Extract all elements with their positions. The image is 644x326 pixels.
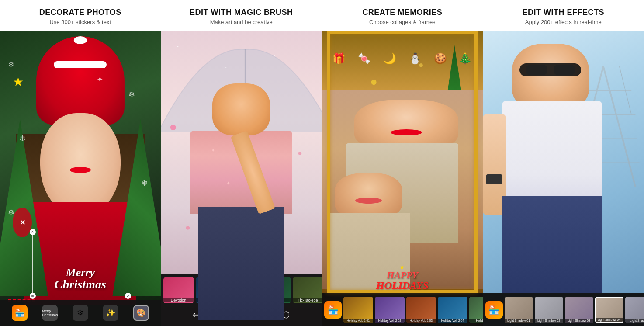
panel3-screen: ● ● ● 🎁	[322, 31, 483, 326]
panel3-subtitle: Choose collages & frames	[362, 19, 442, 25]
panel1-subtitle: Use 300+ stickers & text	[39, 19, 121, 25]
p4-face	[512, 44, 589, 109]
p3-people-bg	[322, 90, 483, 289]
p2-snow2: ●	[225, 66, 227, 69]
p4-watch	[486, 174, 502, 184]
effect-thumb-2[interactable]: Light Shadow 02	[535, 297, 563, 323]
p4-jeans	[502, 196, 602, 293]
p2-bokeh3: ●	[185, 222, 190, 232]
panel1-header: DECORATE PHOTOS Use 300+ stickers & text	[35, 0, 126, 31]
sticker-candy: 🍬	[358, 52, 371, 65]
panel3-happy-text: HAPPY	[376, 271, 429, 280]
panel2-screen: ✦ ✦ ✦ ● ● ● ● ● ● ● ●	[161, 31, 322, 326]
panel4-screen: 🏪 Light Shadow 01 Light Shadow 02 Light …	[483, 31, 644, 326]
collage-thumb-4[interactable]: Holiday Vol. 2 04	[438, 297, 467, 323]
panel2-title: EDIT WITH MAGIC BRUSH	[190, 8, 293, 17]
panel1-toolbar: 🏪 MerryChristmas ❄ ✨ 🎨	[0, 300, 161, 326]
collage-thumb-5[interactable]: Holiday Vol.	[469, 297, 483, 323]
sticker-gingerbread: 🍪	[434, 52, 447, 65]
panel1-title: DECORATE PHOTOS	[39, 8, 121, 17]
panel3-toolbar: 🏪 Holiday Vol. 2 01 Holiday Vol. 2 02 Ho…	[322, 293, 483, 326]
p1-effects-icon[interactable]: 🎨	[133, 305, 149, 321]
collage-thumb-3[interactable]: Holiday Vol. 2 03	[406, 297, 436, 323]
p4-person-container	[483, 31, 644, 293]
panel3-phone: ● ● ● 🎁	[322, 31, 483, 326]
panel4-store-icon[interactable]: 🏪	[485, 301, 503, 319]
p1-snowflake-icon[interactable]: ❄	[73, 305, 88, 321]
sticker-ornament: 🎄	[459, 52, 472, 65]
p4-shirt	[502, 101, 602, 207]
p1-sparkle-icon[interactable]: ✨	[103, 305, 118, 321]
effect-thumb-5[interactable]: Light Shadow	[625, 297, 644, 323]
p2-bokeh1: ●	[169, 119, 177, 134]
panel-decorate: DECORATE PHOTOS Use 300+ stickers & text	[0, 0, 161, 326]
sticker-snowman: ⛄	[409, 52, 422, 65]
p1-text-icon[interactable]: MerryChristmas	[42, 305, 58, 321]
panel3-title: CREATE MEMORIES	[362, 8, 442, 17]
collage-thumb-2[interactable]: Holiday Vol. 2 02	[375, 297, 405, 323]
panel2-phone: ✦ ✦ ✦ ● ● ● ● ● ● ● ●	[161, 31, 322, 326]
panel3-stickers: 🎁 🍬 🌙 ⛄ 🍪 🎄	[322, 36, 483, 80]
panel1-phone: ★ ❄ ❄ ❄ ❄ ❄ ✦ ✕ ✕ ↗ ⊕ Merry Chri	[0, 31, 161, 326]
panel3-overlay-text: ★ HAPPY HOLIDAYS	[376, 264, 429, 291]
collage-thumb-1[interactable]: Holiday Vol. 2 01	[343, 297, 373, 323]
effect-thumb-3[interactable]: Light Shadow 03	[565, 297, 593, 323]
brush-devotion[interactable]: Devotion	[163, 277, 194, 303]
p2-snow3: ●	[274, 54, 275, 57]
brush-tictactoe[interactable]: Tic-Tac-Toe	[293, 277, 322, 303]
p1-corner-bl[interactable]: ⊕	[30, 293, 36, 299]
panel-effects: EDIT WITH EFFECTS Apply 200+ effects in …	[483, 0, 644, 326]
p4-sunglasses	[519, 63, 581, 76]
panel4-subtitle: Apply 200+ effects in real-time	[523, 19, 605, 25]
panel3-store-icon[interactable]: 🏪	[324, 301, 342, 319]
sticker-moon: 🌙	[383, 52, 396, 65]
panel3-holidays-text: HOLIDAYS	[376, 280, 429, 291]
panel2-header: EDIT WITH MAGIC BRUSH Make art and be cr…	[185, 0, 297, 31]
p1-selection-box: ✕ ↗ ⊕	[32, 232, 129, 297]
panel2-subtitle: Make art and be creative	[190, 19, 293, 25]
panel-magic-brush: EDIT WITH MAGIC BRUSH Make art and be cr…	[161, 0, 322, 326]
panel-memories: CREATE MEMORIES Choose collages & frames…	[322, 0, 483, 326]
effect-thumb-4[interactable]: Light Shadow 04	[595, 297, 623, 323]
p2-snow1: ●	[177, 45, 179, 48]
effect-thumb-1[interactable]: Light Shadow 01	[505, 297, 533, 323]
panel4-phone: 🏪 Light Shadow 01 Light Shadow 02 Light …	[483, 31, 644, 326]
panel3-header: CREATE MEMORIES Choose collages & frames	[358, 0, 447, 31]
panel4-header: EDIT WITH EFFECTS Apply 200+ effects in …	[518, 0, 609, 31]
sticker-gift: 🎁	[332, 52, 346, 65]
panel1-screen: ★ ❄ ❄ ❄ ❄ ❄ ✦ ✕ ✕ ↗ ⊕ Merry Chri	[0, 31, 161, 326]
panel4-title: EDIT WITH EFFECTS	[523, 8, 605, 17]
p1-corner-tl[interactable]: ✕	[30, 229, 36, 235]
p2-bokeh4: ●	[298, 149, 302, 158]
p1-store-icon[interactable]: 🏪	[12, 305, 28, 321]
panel4-toolbar: 🏪 Light Shadow 01 Light Shadow 02 Light …	[483, 293, 644, 326]
